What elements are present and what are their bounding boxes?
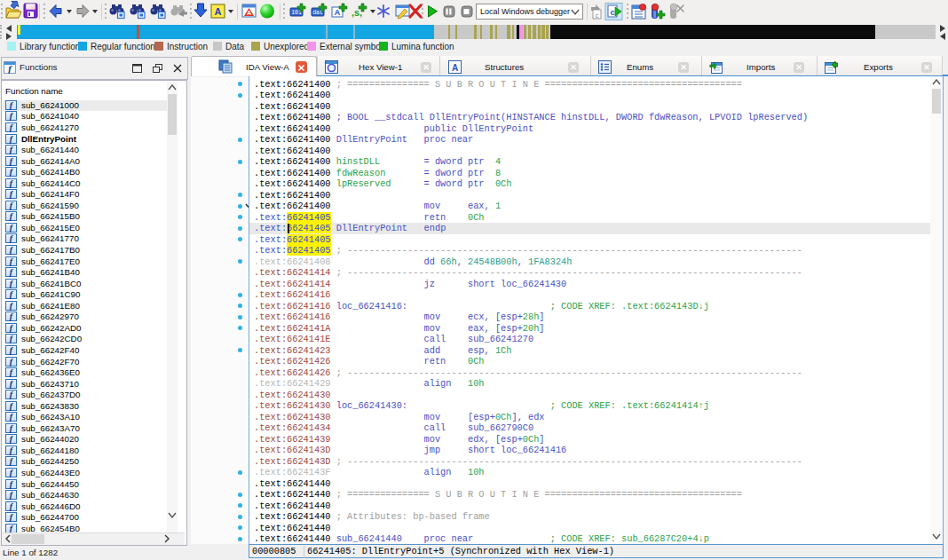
svg-text:A: A: [452, 63, 458, 73]
svg-text:A: A: [215, 6, 222, 17]
svg-text:A: A: [247, 10, 251, 16]
svg-text:c: c: [610, 8, 614, 17]
svg-text:c: c: [596, 12, 599, 20]
svg-text:A: A: [335, 8, 341, 17]
